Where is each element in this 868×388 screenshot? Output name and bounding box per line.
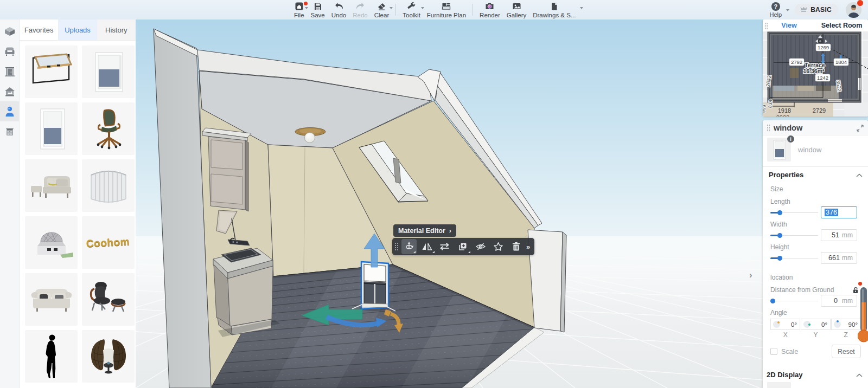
clear-label: Clear <box>374 12 389 18</box>
armchair-icon <box>4 46 16 57</box>
tab-select-room[interactable]: Select Room <box>815 20 868 31</box>
redo-label: Redo <box>353 12 368 18</box>
scale-checkbox[interactable] <box>770 348 777 355</box>
library-item-office-chair[interactable] <box>82 102 135 155</box>
help-button[interactable]: ? Help <box>770 2 782 18</box>
lounge-chair-thumb <box>85 277 132 322</box>
width-input[interactable]: 51 mm <box>821 229 857 241</box>
swap-button[interactable] <box>436 239 454 254</box>
svg-text:1918: 1918 <box>778 107 791 114</box>
floorplan-drawing[interactable]: 1269 17 2792 1804 1242 Terrace 16.36m² 2… <box>763 31 868 117</box>
scale-label: Scale <box>781 348 832 355</box>
display-2d-section-header[interactable]: 2D Display <box>767 370 863 379</box>
height-slider[interactable] <box>770 254 818 262</box>
library-item-curved-partition[interactable] <box>82 159 135 212</box>
library-item-egg-chairs[interactable] <box>82 330 135 383</box>
angle-x-input[interactable]: 0° <box>770 319 800 330</box>
drag-handle-icon[interactable] <box>394 242 399 251</box>
mirror-button[interactable] <box>418 239 436 254</box>
properties-section-header[interactable]: Properties <box>769 170 863 179</box>
sofa-ottoman-thumb <box>28 163 75 209</box>
rail-decorate-button[interactable] <box>0 81 20 101</box>
save-label: Save <box>311 12 325 18</box>
object-thumbnail[interactable]: i <box>767 138 791 161</box>
width-slider[interactable] <box>770 231 818 239</box>
furniture-plan-button[interactable]: Furniture Plan <box>424 0 469 20</box>
tab-view[interactable]: View <box>763 20 815 31</box>
favorite-button[interactable] <box>489 239 507 254</box>
height-input[interactable]: 661 mm <box>821 252 857 264</box>
undo-button[interactable]: Undo <box>328 0 350 20</box>
svg-text:1269: 1269 <box>818 44 829 50</box>
render-button[interactable]: Render <box>476 0 503 20</box>
help-icon: ? <box>771 2 780 11</box>
angle-z-input[interactable]: 90° <box>831 319 861 330</box>
more-tools-button[interactable]: » <box>526 243 529 251</box>
file-button[interactable]: File <box>291 0 308 20</box>
file-label: File <box>294 12 304 18</box>
save-button[interactable]: Save <box>308 0 328 20</box>
length-input[interactable]: 376 <box>821 206 857 218</box>
window-thumb <box>767 138 791 161</box>
library-item-roller-window-2[interactable] <box>25 102 78 155</box>
library-item-fabric-sofa[interactable] <box>25 273 78 326</box>
delete-button[interactable] <box>507 239 525 254</box>
rail-furniture-button[interactable] <box>0 41 20 61</box>
star-icon <box>493 242 503 251</box>
drag-handle-icon[interactable] <box>767 124 770 131</box>
dial-y-icon <box>803 321 810 328</box>
distance-label: Distance from Ground <box>770 286 834 294</box>
rail-custom-furniture-button[interactable] <box>0 121 20 141</box>
library-item-sofa-ottoman[interactable] <box>25 159 78 212</box>
toolkit-button[interactable]: Toolkit <box>399 0 424 20</box>
rail-my-items-button[interactable] <box>0 101 20 121</box>
info-icon[interactable]: i <box>787 135 794 143</box>
distance-slider[interactable] <box>770 297 818 305</box>
library-item-roller-window[interactable] <box>82 46 135 98</box>
length-label: Length <box>770 198 790 205</box>
angle-y-value: 0° <box>821 321 827 328</box>
toolbar-divider <box>473 4 473 16</box>
drag-handle-icon[interactable] <box>764 22 768 29</box>
move-rotate-button[interactable] <box>401 239 417 254</box>
panel-collapse-arrow[interactable]: › <box>749 270 752 281</box>
rail-doors-windows-button[interactable] <box>0 61 20 81</box>
material-editor-button[interactable]: Material Editor › <box>393 224 456 237</box>
expand-icon[interactable] <box>857 124 864 134</box>
library-item-awning-window[interactable] <box>25 46 78 98</box>
hide-button[interactable] <box>471 239 489 254</box>
library-item-dome-tent[interactable] <box>25 216 78 269</box>
caret-down-icon <box>786 9 789 11</box>
length-slider[interactable] <box>770 209 818 216</box>
undo-icon <box>334 2 344 11</box>
inspector-title: window <box>774 124 802 132</box>
tab-favorites[interactable]: Favorites <box>20 20 58 40</box>
user-avatar[interactable] <box>846 2 861 18</box>
clear-button[interactable]: Clear <box>371 0 392 20</box>
library-item-lounge-chair[interactable] <box>82 273 135 326</box>
plan-badge[interactable]: BASIC <box>795 4 838 16</box>
rail-models-button[interactable] <box>0 21 20 41</box>
length-row: 376 <box>770 206 861 218</box>
dial-x-icon <box>773 321 780 328</box>
library-item-human-figure[interactable] <box>25 330 78 383</box>
toolkit-label: Toolkit <box>403 12 420 18</box>
thermometer-widget[interactable] <box>858 286 868 344</box>
display-2d-thumbnail[interactable] <box>767 382 791 388</box>
tab-uploads[interactable]: Uploads <box>58 20 97 40</box>
eraser-icon <box>377 2 386 11</box>
dropdown-corner <box>413 251 416 253</box>
top-toolbar: File Save Undo Redo <box>0 0 868 20</box>
chevron-up-icon <box>856 170 863 179</box>
reset-button[interactable]: Reset <box>832 345 861 358</box>
library-item-coohom-logo[interactable]: Coohom <box>82 216 135 269</box>
drawings-button[interactable]: Drawings & S... <box>529 0 579 20</box>
duplicate-button[interactable] <box>454 239 471 254</box>
left-icon-rail <box>0 20 20 388</box>
gallery-button[interactable]: Gallery <box>503 0 529 20</box>
distance-input[interactable]: 0 mm <box>821 295 857 307</box>
redo-button[interactable]: Redo <box>349 0 371 20</box>
angle-y-input[interactable]: 0° <box>801 319 831 330</box>
door-icon <box>4 66 16 77</box>
tab-history[interactable]: History <box>97 20 136 40</box>
